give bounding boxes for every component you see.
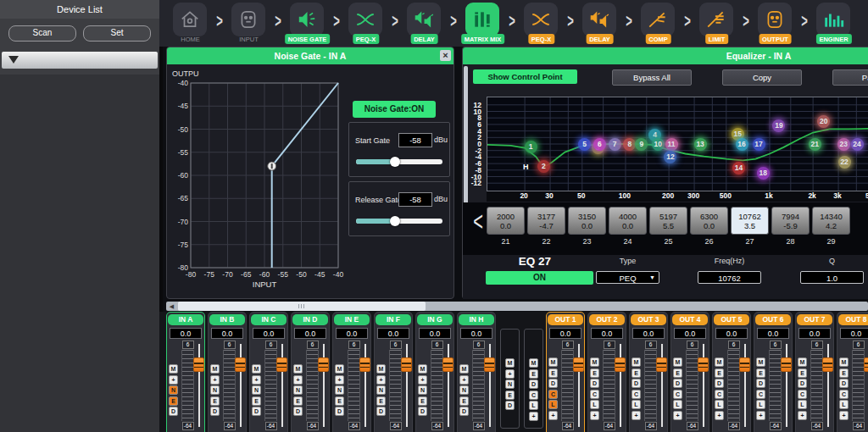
channel-button-+[interactable]: + bbox=[293, 375, 303, 385]
eq-control-point-24[interactable]: 24 bbox=[851, 138, 864, 151]
scan-button[interactable]: Scan bbox=[8, 25, 76, 42]
band-cell-24[interactable]: 40000.0 bbox=[609, 207, 647, 235]
channel-button-C[interactable]: C bbox=[632, 390, 641, 399]
channel-button-L[interactable]: L bbox=[529, 401, 538, 410]
channel-button-D[interactable]: D bbox=[210, 407, 220, 416]
channel-button-D[interactable]: D bbox=[756, 379, 765, 388]
channel-button-D[interactable]: D bbox=[715, 379, 724, 388]
start-gate-value[interactable]: -58 bbox=[398, 133, 432, 147]
channel-button-L[interactable]: L bbox=[839, 400, 849, 409]
fader-thumb[interactable] bbox=[573, 357, 584, 372]
bypass-all-button[interactable]: Bypass All bbox=[612, 69, 692, 86]
channel-button-C[interactable]: C bbox=[839, 390, 849, 399]
channel-button-L[interactable]: L bbox=[798, 400, 807, 409]
paste-button[interactable]: Paste bbox=[832, 69, 868, 86]
channel-button-D[interactable]: D bbox=[376, 407, 386, 416]
channel-button-N[interactable]: N bbox=[252, 385, 261, 395]
type-dropdown[interactable]: PEQ ▼ bbox=[596, 271, 659, 284]
channel-button-M[interactable]: M bbox=[459, 364, 469, 374]
channel-button-+[interactable]: + bbox=[252, 375, 261, 385]
toolbar-item-peq-x[interactable]: PEQ-X bbox=[519, 0, 564, 47]
fader-thumb[interactable] bbox=[739, 357, 750, 372]
channel-button-+[interactable]: + bbox=[548, 411, 558, 420]
channel-gain-value[interactable]: 0.0 bbox=[798, 328, 831, 339]
channel-button-M[interactable]: M bbox=[756, 357, 765, 367]
channel-button-E[interactable]: E bbox=[252, 396, 261, 406]
eq-response-plot[interactable]: 312456789101112131415161718192021222324H bbox=[487, 97, 868, 191]
channel-strip-in-c[interactable]: IN C0.0M+NED6-64 bbox=[249, 312, 288, 432]
channel-button-N[interactable]: N bbox=[169, 385, 178, 395]
eq-control-point-13[interactable]: 13 bbox=[694, 138, 707, 151]
freq-field[interactable]: 10762 bbox=[698, 271, 761, 284]
channel-strip-in-b[interactable]: IN B0.0M+NED6-64 bbox=[208, 312, 247, 432]
toolbar-item-delay[interactable]: DELAY bbox=[577, 0, 622, 47]
fader-thumb[interactable] bbox=[276, 357, 287, 372]
channel-button-E[interactable]: E bbox=[293, 396, 303, 406]
channel-button-C[interactable]: C bbox=[673, 390, 682, 399]
channel-button-E[interactable]: E bbox=[418, 396, 427, 406]
channel-button-C[interactable]: C bbox=[798, 390, 807, 399]
channel-button-E[interactable]: E bbox=[590, 368, 599, 378]
band-cell-21[interactable]: 20000.0 bbox=[487, 207, 525, 235]
channel-gain-value[interactable]: 0.0 bbox=[460, 328, 492, 339]
channel-button-D[interactable]: D bbox=[293, 407, 303, 416]
channel-gain-value[interactable]: 0.0 bbox=[253, 328, 285, 339]
channel-button-L[interactable]: L bbox=[590, 400, 599, 409]
fader-track[interactable] bbox=[661, 344, 663, 427]
channel-button-D[interactable]: D bbox=[335, 407, 344, 416]
eq-control-point-11[interactable]: 11 bbox=[665, 138, 678, 151]
channel-button-L[interactable]: L bbox=[632, 400, 641, 409]
channel-strip-out-8[interactable]: OUT 80.0MEDCL+6-64 bbox=[837, 312, 868, 432]
fader-track[interactable] bbox=[198, 344, 200, 427]
eq-control-point-20[interactable]: 20 bbox=[817, 115, 830, 128]
channel-button-N[interactable]: N bbox=[293, 385, 303, 395]
channel-button-N[interactable]: N bbox=[335, 385, 344, 395]
channel-button-C[interactable]: C bbox=[715, 390, 724, 399]
channel-button-E[interactable]: E bbox=[529, 369, 538, 379]
toolbar-item-limit[interactable]: LIMIT bbox=[694, 0, 739, 47]
channel-button-E[interactable]: E bbox=[632, 368, 641, 378]
fader-thumb[interactable] bbox=[193, 357, 204, 372]
channel-strip-in-a[interactable]: IN A0.0M+NED6-64 bbox=[166, 312, 205, 432]
q-field[interactable]: 1.0 bbox=[800, 271, 864, 284]
channel-button-M[interactable]: M bbox=[210, 364, 220, 374]
toolbar-item-output[interactable]: OUTPUT bbox=[753, 0, 798, 47]
eq-control-point-16[interactable]: 16 bbox=[736, 138, 748, 151]
channel-gain-value[interactable]: 0.0 bbox=[211, 328, 243, 339]
channel-strip-out-3[interactable]: OUT 30.0MEDCL+6-64 bbox=[629, 312, 668, 432]
fader-track[interactable] bbox=[620, 344, 621, 427]
fader-thumb[interactable] bbox=[359, 357, 370, 372]
set-button[interactable]: Set bbox=[83, 25, 151, 42]
channel-strip-in-e[interactable]: IN E0.0M+NED6-64 bbox=[332, 312, 371, 432]
channel-button-M[interactable]: M bbox=[632, 357, 641, 367]
channel-button-D[interactable]: D bbox=[548, 379, 558, 388]
fader-track[interactable] bbox=[406, 344, 408, 427]
channel-button-M[interactable]: M bbox=[335, 364, 344, 374]
channel-strip-out-2[interactable]: OUT 20.0MEDCL+6-64 bbox=[587, 312, 626, 432]
channel-button-N[interactable]: N bbox=[418, 385, 427, 395]
channel-button-+[interactable]: + bbox=[376, 375, 386, 385]
channel-button-L[interactable]: L bbox=[756, 400, 765, 409]
channel-button-M[interactable]: M bbox=[673, 357, 682, 367]
channel-button-M[interactable]: M bbox=[293, 364, 303, 374]
channel-button-+[interactable]: + bbox=[459, 375, 469, 385]
fader-thumb[interactable] bbox=[656, 357, 667, 372]
toolbar-item-noise-gate[interactable]: NOISE GATE bbox=[285, 0, 330, 47]
channel-button-M[interactable]: M bbox=[376, 364, 386, 374]
fader-thumb[interactable] bbox=[484, 357, 495, 372]
channel-button-E[interactable]: E bbox=[505, 390, 515, 400]
channel-button-C[interactable]: C bbox=[548, 390, 558, 399]
channel-button-L[interactable]: L bbox=[715, 400, 724, 409]
channel-button-+[interactable]: + bbox=[335, 375, 344, 385]
fader-track[interactable] bbox=[323, 344, 325, 427]
channel-strip-in-f[interactable]: IN F0.0M+NED6-64 bbox=[374, 312, 413, 432]
channel-button-N[interactable]: N bbox=[459, 385, 469, 395]
channel-button-E[interactable]: E bbox=[839, 368, 849, 378]
fader-track[interactable] bbox=[744, 344, 746, 427]
fader-track[interactable] bbox=[703, 344, 704, 427]
channel-button-+[interactable]: + bbox=[673, 411, 682, 420]
channel-button-+[interactable]: + bbox=[590, 411, 599, 420]
channel-button-M[interactable]: M bbox=[590, 357, 599, 367]
toolbar-item-comp[interactable]: COMP bbox=[636, 0, 681, 47]
channel-button-+[interactable]: + bbox=[839, 411, 849, 420]
